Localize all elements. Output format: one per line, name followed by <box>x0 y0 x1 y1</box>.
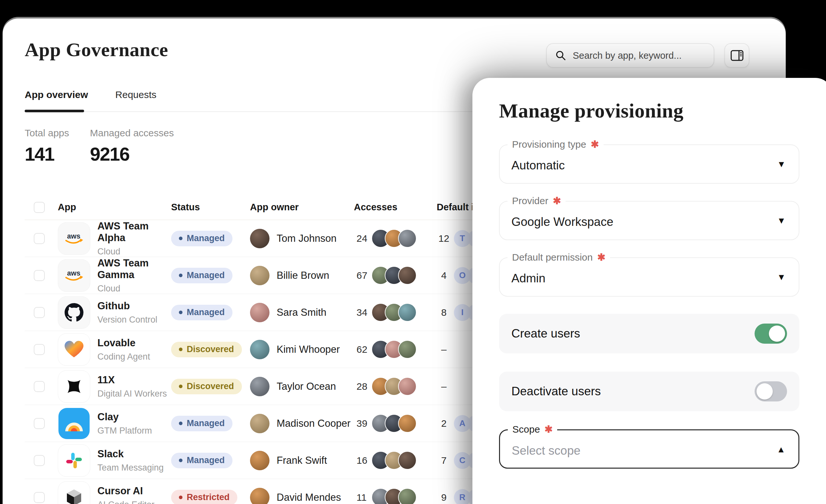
slack-icon <box>58 444 90 477</box>
cursor-ai-icon <box>58 481 90 504</box>
apps-table: App Status App owner Accesses Default in… <box>25 195 479 504</box>
owner-name: Tom Johnson <box>277 233 336 244</box>
stat-managed-accesses: Managed accesses 9216 <box>90 128 174 165</box>
app-name: Slack <box>98 448 164 460</box>
row-checkbox[interactable] <box>34 418 45 429</box>
accesses-avatars <box>371 451 417 469</box>
owner-avatar <box>250 451 270 470</box>
table-row[interactable]: Lovable Coding Agent Discovered Kimi Who… <box>25 331 479 368</box>
row-checkbox[interactable] <box>34 455 45 466</box>
app-name: Cursor AI <box>98 485 155 497</box>
accesses-avatars <box>371 340 417 359</box>
aws-icon: aws <box>58 222 90 255</box>
table-row[interactable]: Github Version Control Managed Sara Smit… <box>25 294 479 331</box>
tab-divider <box>25 111 473 112</box>
stat-value: 141 <box>25 143 90 165</box>
row-checkbox[interactable] <box>34 344 45 355</box>
caret-up-icon[interactable]: ▲ <box>777 445 785 455</box>
accesses-count: 11 <box>354 492 370 503</box>
provisioning-form: Provisioning type✱ Automatic ▼ Provider✱… <box>499 144 800 468</box>
panel-title: Manage provisioning <box>499 99 684 122</box>
app-name: Lovable <box>98 337 150 349</box>
field-provisioning-type[interactable]: Provisioning type✱ Automatic ▼ <box>499 144 800 184</box>
caret-down-icon[interactable]: ▼ <box>777 160 786 170</box>
accesses-count: 34 <box>354 307 370 318</box>
app-category: Cloud <box>98 247 171 257</box>
initial-chip: I <box>454 304 471 321</box>
status-badge: Restricted <box>171 490 237 504</box>
owner-name: David Mendes <box>277 492 341 503</box>
col-app-owner: App owner <box>250 202 354 212</box>
owner-name: Frank Swift <box>277 455 327 466</box>
row-checkbox[interactable] <box>34 270 45 281</box>
svg-text:aws: aws <box>67 269 80 277</box>
field-label: Provider✱ <box>508 195 566 206</box>
table-row[interactable]: 11X Digital AI Workers Discovered Taylor… <box>25 368 479 405</box>
owner-name: Taylor Ocean <box>277 381 336 392</box>
row-checkbox[interactable] <box>34 492 45 503</box>
row-checkbox[interactable] <box>34 233 45 244</box>
clay-icon <box>58 407 90 440</box>
initial-chip: C <box>454 452 471 469</box>
active-tab-underline <box>25 110 84 112</box>
owner-name: Madison Cooper <box>277 418 350 429</box>
required-asterisk: ✱ <box>591 139 599 150</box>
app-category: AI Code Editor <box>98 500 155 504</box>
required-asterisk: ✱ <box>553 195 561 206</box>
caret-down-icon[interactable]: ▼ <box>777 272 786 282</box>
table-row[interactable]: aws AWS Team Alpha Cloud Managed Tom Joh… <box>25 220 479 257</box>
table-row[interactable]: aws AWS Team Gamma Cloud Managed Billie … <box>25 257 479 294</box>
search-input[interactable] <box>572 50 703 61</box>
row-checkbox[interactable] <box>34 307 45 318</box>
svg-text:aws: aws <box>67 232 80 240</box>
tab-requests[interactable]: Requests <box>115 89 157 100</box>
app-name: AWS Team Alpha <box>98 220 171 244</box>
accesses-count: 16 <box>354 455 370 466</box>
field-label: Provisioning type✱ <box>508 139 604 150</box>
table-row[interactable]: Clay GTM Platform Managed Madison Cooper… <box>25 405 479 442</box>
sidebar-toggle-button[interactable] <box>724 43 749 68</box>
accesses-avatars <box>371 229 417 248</box>
field-label: Scope✱ <box>508 424 557 435</box>
initial-chip: O <box>454 267 471 284</box>
app-category: Cloud <box>98 284 171 294</box>
toggle-label: Create users <box>511 327 580 340</box>
owner-avatar <box>250 303 270 322</box>
status-dot <box>179 458 182 462</box>
app-name: Clay <box>98 411 152 423</box>
owner-name: Kimi Whooper <box>277 344 340 355</box>
row-checkbox[interactable] <box>34 381 45 392</box>
status-dot <box>179 348 182 351</box>
accesses-count: 67 <box>354 270 370 281</box>
app-category: Version Control <box>98 315 158 325</box>
accesses-count: 28 <box>354 381 370 392</box>
col-status: Status <box>171 202 250 212</box>
required-asterisk: ✱ <box>597 252 605 263</box>
field-scope[interactable]: Scope✱ Select scope ▲ <box>499 429 800 468</box>
accesses-avatars <box>371 377 417 396</box>
search-icon <box>555 50 566 61</box>
status-badge: Discovered <box>171 379 242 394</box>
status-badge: Discovered <box>171 342 242 357</box>
caret-down-icon[interactable]: ▼ <box>777 216 786 226</box>
field-default-permission[interactable]: Default permission✱ Admin ▼ <box>499 257 800 297</box>
stats-row: Total apps 141 Managed accesses 9216 <box>25 128 174 165</box>
initial-chip: A <box>454 415 471 432</box>
table-row[interactable]: Cursor AI AI Code Editor Restricted Davi… <box>25 479 479 504</box>
select-all-checkbox[interactable] <box>34 202 45 213</box>
search-bar[interactable] <box>546 43 714 68</box>
owner-avatar <box>250 266 270 285</box>
table-row[interactable]: Slack Team Messaging Managed Frank Swift… <box>25 442 479 479</box>
owner-avatar <box>250 377 270 396</box>
field-provider[interactable]: Provider✱ Google Workspace ▼ <box>499 201 800 240</box>
table-header: App Status App owner Accesses Default in <box>25 195 479 220</box>
owner-avatar <box>250 414 270 433</box>
status-dot <box>179 422 182 425</box>
tab-app-overview[interactable]: App overview <box>25 89 88 100</box>
owner-avatar <box>250 488 270 504</box>
deactivate-users-toggle[interactable] <box>755 381 787 401</box>
field-label: Default permission✱ <box>508 252 610 263</box>
stat-total-apps: Total apps 141 <box>25 128 90 165</box>
manage-provisioning-panel: Manage provisioning Provisioning type✱ A… <box>472 78 826 504</box>
create-users-toggle[interactable] <box>755 324 787 344</box>
